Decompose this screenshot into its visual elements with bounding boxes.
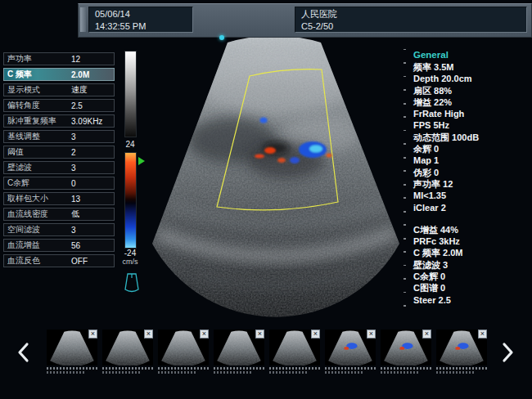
info-line: C图谱 0 [413, 282, 530, 294]
thumbnail-strip: × × × [47, 330, 494, 374]
param-row[interactable]: C余辉0 [3, 177, 115, 190]
param-label: 空间滤波 [7, 224, 71, 235]
param-label: 壁滤波 [7, 162, 71, 173]
info-line: 增益 22% [413, 96, 530, 108]
param-value: 3 [71, 226, 76, 235]
param-row[interactable]: 显示模式速度 [3, 83, 115, 96]
thumbnail[interactable]: × [269, 330, 320, 374]
ultrasound-fan [146, 38, 408, 325]
param-value: 3 [71, 164, 76, 173]
info-line: 伪彩 0 [413, 167, 530, 178]
info-line: 声功率 12 [413, 178, 530, 190]
thumbnail[interactable]: × [158, 330, 209, 374]
param-value: 13 [71, 195, 80, 204]
thumbnail-caption [381, 367, 431, 374]
grayscale-bar [124, 51, 137, 137]
info-line: PRFc 3kHz [413, 235, 530, 247]
thumbnail-caption [325, 367, 376, 374]
param-label: 显示模式 [7, 84, 71, 96]
param-value: 3 [71, 132, 76, 141]
info-line: 扇区 88% [413, 85, 530, 96]
info-line: 频率 3.5M [413, 61, 530, 73]
param-row[interactable]: 偏转角度2.5 [3, 99, 115, 112]
param-row[interactable]: 血流线密度低 [3, 208, 115, 221]
thumbnail-caption [158, 367, 209, 374]
close-icon[interactable]: × [311, 330, 320, 338]
info-line: 余辉 0 [413, 143, 530, 155]
param-row[interactable]: 基线调整3 [3, 130, 115, 143]
thumbnail-caption [214, 367, 264, 374]
info-line: iClear 2 [413, 202, 530, 213]
thumbnail-caption [436, 367, 487, 374]
info-line: C增益 44% [413, 224, 530, 235]
param-row[interactable]: 取样包大小13 [3, 192, 115, 205]
velocity-unit: cm/s [119, 258, 141, 266]
param-row[interactable]: C 频率2.0M [3, 68, 115, 81]
time-text: 14:32:55 PM [95, 20, 187, 33]
param-value: 低 [71, 208, 79, 220]
depth-ruler [404, 49, 406, 317]
param-label: C 频率 [7, 69, 71, 80]
param-label: 基线调整 [7, 131, 71, 142]
parameter-list: 声功率12 C 频率2.0M 显示模式速度 偏转角度2.5 脉冲重复频率3.09… [3, 52, 115, 270]
focus-marker-icon[interactable] [138, 157, 145, 165]
param-row[interactable]: 血流反色OFF [3, 254, 115, 267]
close-icon[interactable]: × [422, 330, 431, 338]
info-line: MI<1.35 [413, 190, 530, 201]
info-line: 动态范围 100dB [413, 132, 530, 143]
close-icon[interactable]: × [88, 330, 97, 338]
next-button[interactable] [502, 342, 515, 366]
param-row[interactable]: 脉冲重复频率3.09KHz [3, 114, 115, 128]
param-row[interactable]: 声功率12 [3, 52, 115, 65]
param-label: 血流反色 [7, 255, 71, 267]
thumbnail[interactable]: × [381, 330, 431, 374]
info-line: Depth 20.0cm [413, 73, 530, 84]
close-icon[interactable]: × [144, 330, 153, 338]
param-label: 血流线密度 [7, 208, 71, 220]
date-text: 05/06/14 [95, 8, 187, 20]
param-label: 脉冲重复频率 [7, 115, 71, 127]
info-line: FPS 5Hz [413, 119, 530, 131]
thumbnail-caption [47, 367, 97, 374]
thumbnail[interactable]: × [102, 330, 153, 374]
param-value: 56 [71, 241, 80, 250]
thumbnail[interactable]: × [47, 330, 97, 374]
param-label: 阈值 [7, 146, 71, 158]
info-line: Steer 2.5 [413, 294, 530, 306]
close-icon[interactable]: × [200, 330, 209, 338]
close-icon[interactable]: × [478, 330, 487, 338]
color-doppler-bar [124, 152, 137, 249]
param-value: 速度 [71, 84, 88, 96]
hospital-name: 人民医院 [301, 8, 521, 20]
panel-title: General [413, 49, 530, 61]
param-row[interactable]: 壁滤波3 [3, 161, 115, 174]
thumbnail[interactable]: × [325, 330, 376, 374]
param-label: 血流增益 [7, 240, 71, 251]
velocity-scale-max: 24 [119, 140, 141, 149]
chevron-left-icon [16, 342, 29, 363]
datetime-panel: 05/06/14 14:32:55 PM [88, 7, 193, 33]
param-row[interactable]: 血流增益56 [3, 239, 115, 252]
param-row[interactable]: 阈值2 [3, 146, 115, 159]
param-value: 3.09KHz [71, 117, 102, 126]
ultrasound-image[interactable] [146, 38, 408, 325]
close-icon[interactable]: × [255, 330, 264, 338]
prev-button[interactable] [16, 342, 29, 366]
velocity-scale-min: -24 [119, 249, 141, 258]
thumbnail-caption [269, 367, 320, 374]
info-line: 壁滤波 3 [413, 259, 530, 271]
param-label: 声功率 [7, 53, 71, 65]
thumbnail-caption [102, 367, 153, 374]
param-label: C余辉 [7, 177, 71, 189]
thumbnail[interactable]: × [214, 330, 264, 374]
param-label: 偏转角度 [7, 100, 71, 111]
ultrasound-screen: 05/06/14 14:32:55 PM 人民医院 C5-2/50 声功率12 … [0, 0, 532, 399]
info-line: FrRate High [413, 108, 530, 119]
info-line: C余辉 0 [413, 271, 530, 282]
param-row[interactable]: 空间滤波3 [3, 223, 115, 236]
info-panel: General 频率 3.5M Depth 20.0cm 扇区 88% 增益 2… [413, 49, 530, 306]
close-icon[interactable]: × [367, 330, 376, 338]
probe-info: C5-2/50 [301, 20, 521, 33]
header-grip [80, 7, 86, 32]
thumbnail[interactable]: × [436, 330, 487, 374]
